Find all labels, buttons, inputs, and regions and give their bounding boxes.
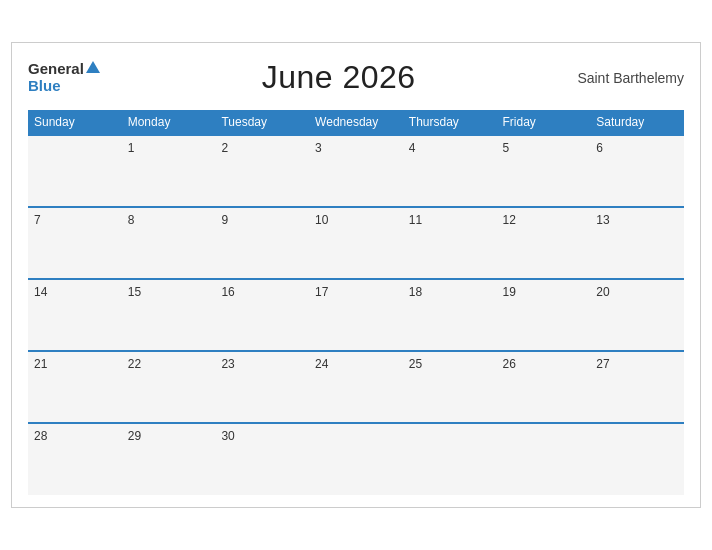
week-row-1: 123456 — [28, 135, 684, 207]
day-number: 7 — [34, 213, 41, 227]
day-number: 25 — [409, 357, 422, 371]
empty-cell — [28, 135, 122, 207]
week-row-5: 282930 — [28, 423, 684, 495]
weekday-header-thursday: Thursday — [403, 110, 497, 135]
day-cell-2: 2 — [215, 135, 309, 207]
day-cell-16: 16 — [215, 279, 309, 351]
day-number: 24 — [315, 357, 328, 371]
weekday-header-tuesday: Tuesday — [215, 110, 309, 135]
day-number: 16 — [221, 285, 234, 299]
day-number: 5 — [503, 141, 510, 155]
calendar-region: Saint Barthelemy — [577, 70, 684, 86]
day-cell-10: 10 — [309, 207, 403, 279]
day-number: 22 — [128, 357, 141, 371]
day-number: 11 — [409, 213, 422, 227]
day-cell-29: 29 — [122, 423, 216, 495]
day-number: 20 — [596, 285, 609, 299]
day-number: 3 — [315, 141, 322, 155]
logo: General Blue — [28, 61, 100, 94]
weekday-header-sunday: Sunday — [28, 110, 122, 135]
empty-cell — [497, 423, 591, 495]
day-cell-28: 28 — [28, 423, 122, 495]
day-cell-7: 7 — [28, 207, 122, 279]
logo-blue-text: Blue — [28, 78, 100, 95]
week-row-4: 21222324252627 — [28, 351, 684, 423]
day-number: 8 — [128, 213, 135, 227]
day-number: 6 — [596, 141, 603, 155]
weekday-header-friday: Friday — [497, 110, 591, 135]
day-cell-17: 17 — [309, 279, 403, 351]
day-cell-12: 12 — [497, 207, 591, 279]
calendar-header: General Blue June 2026 Saint Barthelemy — [28, 59, 684, 96]
day-number: 28 — [34, 429, 47, 443]
day-cell-11: 11 — [403, 207, 497, 279]
day-cell-8: 8 — [122, 207, 216, 279]
day-number: 27 — [596, 357, 609, 371]
empty-cell — [590, 423, 684, 495]
empty-cell — [403, 423, 497, 495]
calendar-title: June 2026 — [262, 59, 416, 96]
weekday-header-row: SundayMondayTuesdayWednesdayThursdayFrid… — [28, 110, 684, 135]
day-cell-13: 13 — [590, 207, 684, 279]
day-number: 4 — [409, 141, 416, 155]
week-row-3: 14151617181920 — [28, 279, 684, 351]
day-number: 9 — [221, 213, 228, 227]
day-cell-6: 6 — [590, 135, 684, 207]
day-cell-20: 20 — [590, 279, 684, 351]
logo-general-text: General — [28, 61, 84, 78]
day-cell-14: 14 — [28, 279, 122, 351]
day-cell-22: 22 — [122, 351, 216, 423]
day-number: 19 — [503, 285, 516, 299]
day-number: 26 — [503, 357, 516, 371]
day-number: 13 — [596, 213, 609, 227]
day-cell-5: 5 — [497, 135, 591, 207]
day-number: 12 — [503, 213, 516, 227]
day-number: 23 — [221, 357, 234, 371]
day-number: 1 — [128, 141, 135, 155]
day-cell-26: 26 — [497, 351, 591, 423]
day-number: 29 — [128, 429, 141, 443]
calendar-table: SundayMondayTuesdayWednesdayThursdayFrid… — [28, 110, 684, 495]
calendar: General Blue June 2026 Saint Barthelemy … — [11, 42, 701, 508]
weekday-header-saturday: Saturday — [590, 110, 684, 135]
day-cell-3: 3 — [309, 135, 403, 207]
day-cell-21: 21 — [28, 351, 122, 423]
day-cell-1: 1 — [122, 135, 216, 207]
day-number: 18 — [409, 285, 422, 299]
day-cell-9: 9 — [215, 207, 309, 279]
day-cell-30: 30 — [215, 423, 309, 495]
day-cell-25: 25 — [403, 351, 497, 423]
day-cell-27: 27 — [590, 351, 684, 423]
logo-triangle-icon — [86, 61, 100, 73]
day-number: 10 — [315, 213, 328, 227]
day-cell-15: 15 — [122, 279, 216, 351]
day-number: 15 — [128, 285, 141, 299]
day-cell-4: 4 — [403, 135, 497, 207]
day-number: 14 — [34, 285, 47, 299]
weekday-header-monday: Monday — [122, 110, 216, 135]
day-cell-24: 24 — [309, 351, 403, 423]
day-number: 30 — [221, 429, 234, 443]
weekday-header-wednesday: Wednesday — [309, 110, 403, 135]
week-row-2: 78910111213 — [28, 207, 684, 279]
day-number: 17 — [315, 285, 328, 299]
empty-cell — [309, 423, 403, 495]
day-number: 2 — [221, 141, 228, 155]
day-cell-23: 23 — [215, 351, 309, 423]
day-number: 21 — [34, 357, 47, 371]
day-cell-18: 18 — [403, 279, 497, 351]
day-cell-19: 19 — [497, 279, 591, 351]
